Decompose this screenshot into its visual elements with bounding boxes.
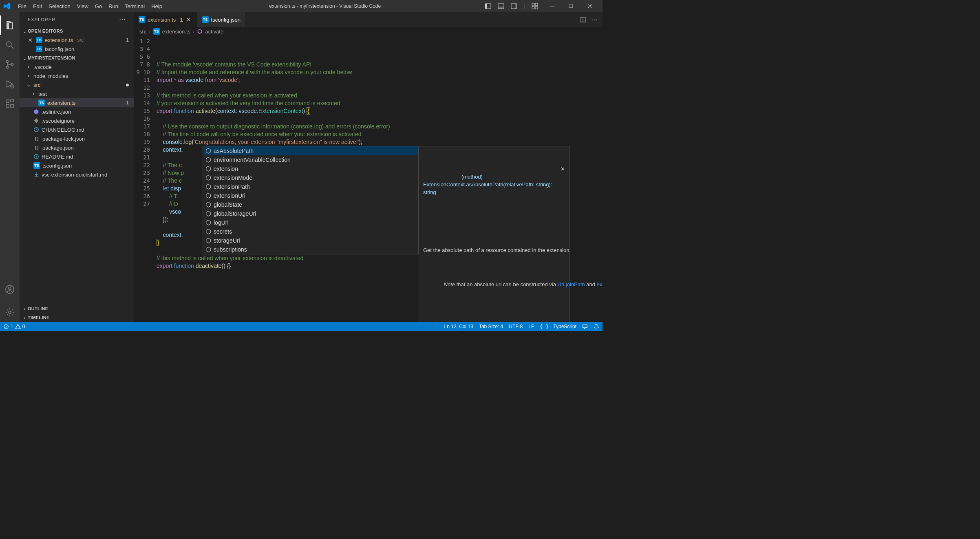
outline-section-header[interactable]: › OUTLINE <box>20 304 134 313</box>
open-editors-section-header[interactable]: ⌄ OPEN EDITORS <box>20 27 134 35</box>
open-editor-item[interactable]: TStsconfig.json <box>20 44 134 53</box>
doc-note: Note that an absolute uri can be constru… <box>423 274 565 296</box>
suggest-item[interactable]: secrets <box>203 227 418 236</box>
suggest-item[interactable]: storageUri <box>203 236 418 245</box>
tab-more-icon[interactable]: ⋯ <box>591 16 598 24</box>
status-feedback-icon[interactable] <box>582 324 588 329</box>
suggest-item[interactable]: globalStorageUri <box>203 209 418 218</box>
tree-item-label: test <box>38 91 47 97</box>
svg-point-18 <box>11 64 13 66</box>
run-debug-activity-icon[interactable] <box>0 74 20 94</box>
minimize-button[interactable] <box>543 0 562 12</box>
panel-bottom-icon[interactable] <box>498 3 504 9</box>
status-errors[interactable]: 1 0 <box>3 324 25 329</box>
sidebar-more-icon[interactable]: ⋯ <box>119 15 126 23</box>
panel-left-icon[interactable] <box>485 3 491 9</box>
editor-tab[interactable]: TStsconfig.json <box>197 12 246 27</box>
chevron-right-icon: › <box>21 306 28 312</box>
svg-rect-24 <box>11 104 13 107</box>
settings-activity-icon[interactable] <box>0 303 20 322</box>
suggest-item[interactable]: asAbsolutePath <box>203 146 418 155</box>
menu-item-file[interactable]: File <box>15 2 30 11</box>
suggest-item[interactable]: logUri <box>203 218 418 227</box>
json-file-icon: { } <box>33 135 40 142</box>
code-content[interactable]: // The module 'vscode' contains the VS C… <box>157 36 603 322</box>
split-editor-icon[interactable] <box>580 16 586 23</box>
menu-item-run[interactable]: Run <box>105 2 121 11</box>
status-line-col[interactable]: Ln 12, Col 13 <box>444 324 473 329</box>
breadcrumb-folder[interactable]: src <box>139 29 146 35</box>
breadcrumb-file[interactable]: extension.ts <box>162 29 190 35</box>
file-item[interactable]: { }package.json <box>20 143 134 152</box>
doc-link-joinpath[interactable]: Uri.joinPath <box>558 281 585 287</box>
explorer-activity-icon[interactable] <box>0 15 20 35</box>
menu-item-selection[interactable]: Selection <box>45 2 73 11</box>
file-item[interactable]: TSextension.ts1 <box>20 98 134 107</box>
suggest-item[interactable]: extensionMode <box>203 173 418 182</box>
folder-item[interactable]: ›test <box>20 89 134 98</box>
suggest-item[interactable]: extensionUri <box>203 191 418 200</box>
sidebar-title: EXPLORER <box>28 17 55 22</box>
status-bell-icon[interactable] <box>594 324 599 329</box>
breadcrumb[interactable]: src › TS extension.ts › activate <box>134 27 603 36</box>
status-encoding[interactable]: UTF-8 <box>509 324 523 329</box>
file-item[interactable]: TStsconfig.json <box>20 161 134 170</box>
panel-right-icon[interactable] <box>511 3 517 9</box>
open-editor-item[interactable]: ✕TSextension.tssrc1 <box>20 35 134 44</box>
vscode-logo-icon <box>3 2 11 10</box>
folder-item[interactable]: ⌄src <box>20 80 134 89</box>
doc-and: and <box>585 281 597 287</box>
menu-item-terminal[interactable]: Terminal <box>121 2 148 11</box>
suggest-item[interactable]: extension <box>203 164 418 173</box>
doc-link-extensionuri[interactable]: extensionUri <box>597 281 603 287</box>
accounts-activity-icon[interactable] <box>0 280 20 299</box>
suggest-label: globalState <box>214 201 242 209</box>
suggest-item[interactable]: environmentVariableCollection <box>203 155 418 164</box>
close-editor-icon[interactable]: ✕ <box>27 37 33 43</box>
tree-item-label: extension.ts <box>47 100 75 106</box>
source-control-activity-icon[interactable] <box>0 55 20 74</box>
status-tab-size[interactable]: Tab Size: 4 <box>479 324 503 329</box>
customize-layout-icon[interactable] <box>532 3 538 9</box>
suggest-item[interactable]: extensionPath <box>203 182 418 191</box>
suggest-item[interactable]: subscriptions <box>203 245 418 254</box>
menu-item-edit[interactable]: Edit <box>30 2 45 11</box>
maximize-button[interactable] <box>562 0 580 12</box>
folder-item[interactable]: ›node_modules <box>20 71 134 80</box>
eslint-file-icon <box>33 109 39 115</box>
file-item[interactable]: README.md <box>20 152 134 161</box>
tab-close-icon[interactable]: ✕ <box>185 17 192 23</box>
tsconfig-file-icon: TS <box>202 16 209 23</box>
editor-tab[interactable]: TSextension.ts1✕ <box>134 12 197 27</box>
timeline-section-header[interactable]: › TIMELINE <box>20 313 134 322</box>
file-item[interactable]: { }package-lock.json <box>20 134 134 143</box>
menu-bar: FileEditSelectionViewGoRunTerminalHelp <box>15 2 166 11</box>
svg-point-17 <box>7 66 9 68</box>
menu-item-go[interactable]: Go <box>92 2 105 11</box>
file-item[interactable]: vsc-extension-quickstart.md <box>20 170 134 179</box>
breadcrumb-symbol[interactable]: activate <box>205 29 223 35</box>
file-tree: ›.vscode›node_modules⌄src›testTSextensio… <box>20 62 134 304</box>
file-item[interactable]: CHANGELOG.md <box>20 125 134 134</box>
search-activity-icon[interactable] <box>0 35 20 55</box>
file-item[interactable]: .vscodeignore <box>20 116 134 125</box>
chevron-down-icon: ⌄ <box>21 55 28 61</box>
error-icon <box>3 324 9 329</box>
file-item[interactable]: .eslintrc.json <box>20 107 134 116</box>
close-window-button[interactable] <box>580 0 599 12</box>
status-language[interactable]: { } TypeScript <box>540 324 576 329</box>
folder-item[interactable]: ›.vscode <box>20 62 134 71</box>
intellisense-suggest-widget[interactable]: asAbsolutePathenvironmentVariableCollect… <box>203 146 419 254</box>
tree-item-label: .vscode <box>33 64 52 70</box>
breadcrumb-separator-icon: › <box>149 29 150 35</box>
project-section-header[interactable]: ⌄ MYFIRSTEXTENSION <box>20 53 134 62</box>
suggest-item[interactable]: globalState <box>203 200 418 209</box>
doc-close-icon[interactable]: ✕ <box>561 165 565 173</box>
svg-point-16 <box>7 61 9 63</box>
editor-body[interactable]: 1 2 3 4 5 6 7 8 9 10 11 12 13 14 15 16 1… <box>134 36 603 322</box>
svg-rect-9 <box>535 7 538 9</box>
status-eol[interactable]: LF <box>528 324 534 329</box>
menu-item-view[interactable]: View <box>74 2 92 11</box>
extensions-activity-icon[interactable] <box>0 94 20 113</box>
menu-item-help[interactable]: Help <box>148 2 166 11</box>
